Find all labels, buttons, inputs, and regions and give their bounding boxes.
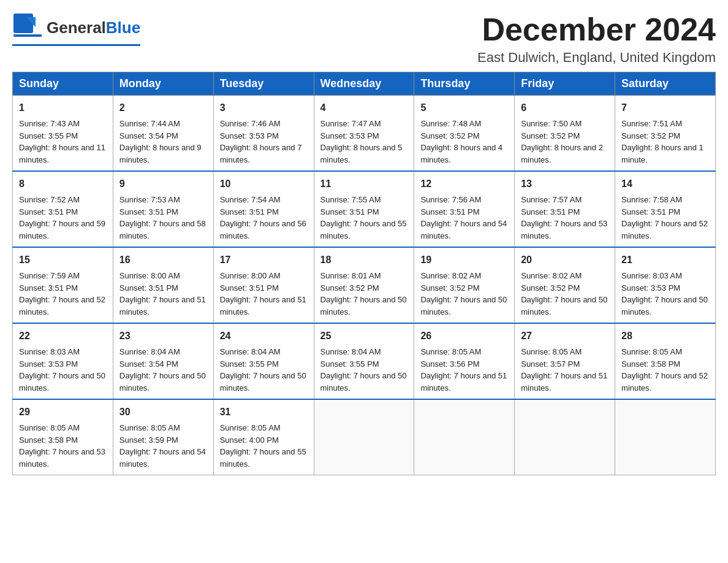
day-number: 29 [19, 405, 107, 419]
day-number: 21 [621, 253, 709, 267]
sunset-label: Sunset: 3:56 PM [420, 359, 479, 369]
sunset-label: Sunset: 3:57 PM [521, 359, 580, 369]
day-number: 14 [621, 177, 709, 191]
logo-blue-part: Blue [106, 18, 140, 37]
daylight-label: Daylight: 7 hours and 58 minutes. [119, 219, 206, 240]
calendar-cell [615, 399, 716, 475]
daylight-label: Daylight: 7 hours and 53 minutes. [19, 447, 105, 469]
sunset-label: Sunset: 3:52 PM [521, 131, 580, 140]
calendar-cell: 18 Sunrise: 8:01 AM Sunset: 3:52 PM Dayl… [314, 247, 414, 323]
sunset-label: Sunset: 3:51 PM [220, 283, 279, 293]
calendar-cell: 22 Sunrise: 8:03 AM Sunset: 3:53 PM Dayl… [13, 323, 113, 399]
calendar-table: Sunday Monday Tuesday Wednesday Thursday… [12, 72, 716, 475]
daylight-label: Daylight: 7 hours and 52 minutes. [19, 295, 105, 316]
calendar-cell: 16 Sunrise: 8:00 AM Sunset: 3:51 PM Dayl… [113, 247, 213, 323]
sunrise-label: Sunrise: 8:05 AM [621, 347, 682, 356]
calendar-cell: 15 Sunrise: 7:59 AM Sunset: 3:51 PM Dayl… [13, 247, 113, 323]
sunrise-label: Sunrise: 8:04 AM [119, 347, 180, 356]
sunset-label: Sunset: 3:59 PM [119, 435, 178, 445]
sunset-label: Sunset: 4:00 PM [220, 435, 279, 445]
sunrise-label: Sunrise: 8:02 AM [521, 271, 582, 280]
day-number: 28 [621, 329, 709, 343]
day-number: 5 [420, 101, 508, 115]
col-thursday: Thursday [414, 72, 515, 96]
day-number: 4 [320, 101, 408, 115]
daylight-label: Daylight: 7 hours and 54 minutes. [420, 219, 507, 240]
calendar-cell: 30 Sunrise: 8:05 AM Sunset: 3:59 PM Dayl… [113, 399, 213, 475]
day-number: 13 [521, 177, 609, 191]
sunset-label: Sunset: 3:55 PM [220, 359, 279, 369]
daylight-label: Daylight: 8 hours and 9 minutes. [119, 143, 202, 164]
calendar-cell: 31 Sunrise: 8:05 AM Sunset: 4:00 PM Dayl… [213, 399, 314, 475]
svg-rect-0 [13, 13, 33, 33]
sunrise-label: Sunrise: 8:05 AM [19, 423, 80, 432]
calendar-cell: 24 Sunrise: 8:04 AM Sunset: 3:55 PM Dayl… [213, 323, 314, 399]
day-number: 24 [220, 329, 308, 343]
daylight-label: Daylight: 8 hours and 11 minutes. [19, 143, 105, 164]
sunrise-label: Sunrise: 8:05 AM [521, 347, 582, 356]
day-number: 8 [19, 177, 107, 191]
sunset-label: Sunset: 3:52 PM [320, 283, 379, 293]
sunset-label: Sunset: 3:51 PM [621, 207, 680, 216]
calendar-cell [414, 399, 515, 475]
sunset-label: Sunset: 3:51 PM [521, 207, 580, 216]
daylight-label: Daylight: 7 hours and 51 minutes. [420, 371, 507, 393]
sunrise-label: Sunrise: 7:53 AM [119, 195, 180, 204]
sunrise-label: Sunrise: 7:57 AM [521, 195, 582, 204]
sunrise-label: Sunrise: 7:52 AM [19, 195, 80, 204]
page-header: GeneralBlue December 2024 East Dulwich, … [12, 12, 716, 66]
sunrise-label: Sunrise: 7:47 AM [320, 119, 381, 128]
day-number: 23 [119, 329, 207, 343]
calendar-cell: 10 Sunrise: 7:54 AM Sunset: 3:51 PM Dayl… [213, 171, 314, 247]
col-tuesday: Tuesday [213, 72, 314, 96]
sunrise-label: Sunrise: 7:54 AM [220, 195, 281, 204]
sunrise-label: Sunrise: 7:56 AM [420, 195, 481, 204]
sunrise-label: Sunrise: 8:01 AM [320, 271, 381, 280]
sunset-label: Sunset: 3:52 PM [420, 131, 479, 140]
sunset-label: Sunset: 3:52 PM [521, 283, 580, 293]
title-block: December 2024 East Dulwich, England, Uni… [477, 12, 716, 66]
calendar-week-row: 8 Sunrise: 7:52 AM Sunset: 3:51 PM Dayli… [13, 171, 716, 247]
daylight-label: Daylight: 7 hours and 51 minutes. [521, 371, 607, 393]
calendar-cell: 23 Sunrise: 8:04 AM Sunset: 3:54 PM Dayl… [113, 323, 213, 399]
calendar-header-row: Sunday Monday Tuesday Wednesday Thursday… [13, 72, 716, 96]
calendar-cell: 21 Sunrise: 8:03 AM Sunset: 3:53 PM Dayl… [615, 247, 716, 323]
sunrise-label: Sunrise: 8:04 AM [220, 347, 281, 356]
day-number: 7 [621, 101, 709, 115]
day-number: 18 [320, 253, 408, 267]
day-number: 1 [19, 101, 107, 115]
day-number: 10 [220, 177, 308, 191]
calendar-cell: 9 Sunrise: 7:53 AM Sunset: 3:51 PM Dayli… [113, 171, 213, 247]
sunrise-label: Sunrise: 7:43 AM [19, 119, 80, 128]
daylight-label: Daylight: 7 hours and 59 minutes. [19, 219, 105, 240]
sunset-label: Sunset: 3:51 PM [19, 207, 78, 216]
sunset-label: Sunset: 3:52 PM [420, 283, 479, 293]
logo-icon [12, 12, 43, 43]
sunrise-label: Sunrise: 8:02 AM [420, 271, 481, 280]
calendar-cell: 1 Sunrise: 7:43 AM Sunset: 3:55 PM Dayli… [13, 96, 113, 172]
sunrise-label: Sunrise: 8:03 AM [621, 271, 682, 280]
daylight-label: Daylight: 7 hours and 52 minutes. [621, 219, 708, 240]
day-number: 26 [420, 329, 508, 343]
sunset-label: Sunset: 3:58 PM [621, 359, 680, 369]
sunrise-label: Sunrise: 8:00 AM [220, 271, 281, 280]
month-title: December 2024 [477, 12, 716, 47]
day-number: 15 [19, 253, 107, 267]
day-number: 9 [119, 177, 207, 191]
calendar-cell: 4 Sunrise: 7:47 AM Sunset: 3:53 PM Dayli… [314, 96, 414, 172]
sunset-label: Sunset: 3:58 PM [19, 435, 78, 445]
daylight-label: Daylight: 7 hours and 54 minutes. [119, 447, 206, 469]
day-number: 25 [320, 329, 408, 343]
calendar-cell: 20 Sunrise: 8:02 AM Sunset: 3:52 PM Dayl… [515, 247, 615, 323]
calendar-cell: 17 Sunrise: 8:00 AM Sunset: 3:51 PM Dayl… [213, 247, 314, 323]
daylight-label: Daylight: 7 hours and 50 minutes. [320, 371, 407, 393]
calendar-cell [314, 399, 414, 475]
calendar-cell: 11 Sunrise: 7:55 AM Sunset: 3:51 PM Dayl… [314, 171, 414, 247]
calendar-cell: 28 Sunrise: 8:05 AM Sunset: 3:58 PM Dayl… [615, 323, 716, 399]
daylight-label: Daylight: 7 hours and 53 minutes. [521, 219, 607, 240]
sunset-label: Sunset: 3:53 PM [19, 359, 78, 369]
calendar-cell: 12 Sunrise: 7:56 AM Sunset: 3:51 PM Dayl… [414, 171, 515, 247]
daylight-label: Daylight: 8 hours and 1 minute. [621, 143, 703, 164]
sunrise-label: Sunrise: 7:55 AM [320, 195, 381, 204]
sunrise-label: Sunrise: 8:05 AM [420, 347, 481, 356]
